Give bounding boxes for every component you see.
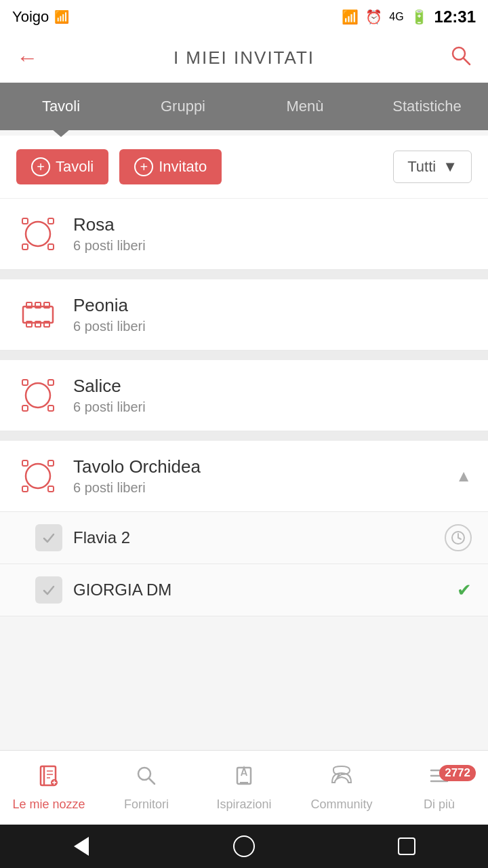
svg-rect-17 [22, 406, 28, 411]
table-icon-rosa [16, 212, 60, 256]
chevron-up-icon: ▲ [455, 467, 472, 486]
svg-rect-18 [48, 406, 54, 411]
separator [0, 431, 488, 441]
nav-mie-nozze[interactable]: Le mie nozze [0, 764, 98, 812]
search-button[interactable] [450, 45, 472, 72]
bottom-nav: Le mie nozze Fornitori Ispirazioni [0, 750, 488, 825]
guest-check [35, 524, 62, 551]
tab-menu[interactable]: Menù [244, 83, 366, 130]
recents-square-icon [398, 837, 415, 855]
clock-icon: ⏰ [365, 9, 382, 25]
svg-point-40 [341, 772, 342, 774]
svg-rect-23 [48, 486, 54, 492]
nav-di-piu[interactable]: 2772 Di più [390, 764, 488, 812]
table-name: Rosa [73, 214, 472, 235]
confirmed-icon: ✔ [457, 580, 472, 601]
tab-tavoli[interactable]: Tavoli [0, 83, 122, 130]
carrier-icon: 📶 [54, 9, 69, 24]
chevron-down-icon: ▼ [443, 158, 458, 176]
tabs-bar: Tavoli Gruppi Menù Statistiche [0, 83, 488, 130]
svg-rect-15 [22, 380, 28, 385]
nav-label-fornitori: Fornitori [124, 797, 169, 812]
table-icon-peonia [16, 293, 60, 336]
svg-line-1 [464, 58, 470, 64]
notification-badge: 2772 [439, 765, 476, 781]
battery-icon: 🔋 [411, 9, 428, 25]
tab-gruppi[interactable]: Gruppi [122, 83, 244, 130]
system-nav [0, 825, 488, 868]
separator [0, 351, 488, 360]
plus-icon: + [31, 157, 50, 176]
inspiration-icon [232, 764, 256, 793]
community-icon [329, 764, 354, 793]
nav-community[interactable]: Community [293, 764, 390, 812]
guest-row[interactable]: GIORGIA DM ✔ [0, 564, 488, 616]
tab-statistiche[interactable]: Statistiche [366, 83, 488, 130]
svg-rect-4 [48, 218, 54, 224]
nav-label-mie-nozze: Le mie nozze [12, 797, 85, 812]
home-circle-icon [233, 835, 255, 857]
svg-rect-5 [22, 244, 28, 250]
carrier-label: Yoigo [12, 8, 49, 26]
plus-icon-2: + [134, 157, 153, 176]
guest-name: Flavia 2 [73, 528, 434, 547]
signal-icon: 📶 [342, 9, 359, 25]
svg-rect-21 [48, 460, 54, 466]
search-nav-icon [134, 764, 159, 793]
table-sub: 6 posti liberi [73, 399, 472, 415]
svg-point-2 [26, 222, 50, 246]
table-name: Salice [73, 376, 472, 397]
back-triangle-icon [74, 837, 89, 856]
guest-check-2 [35, 576, 62, 604]
add-guest-button[interactable]: + Invitato [119, 149, 222, 184]
svg-rect-16 [48, 380, 54, 385]
header: ← I MIEI INVITATI [0, 34, 488, 83]
status-bar: Yoigo 📶 📶 ⏰ 4G 🔋 12:31 [0, 0, 488, 34]
recents-button[interactable] [386, 833, 427, 860]
table-sub: 6 posti liberi [73, 238, 472, 254]
back-button[interactable]: ← [16, 45, 38, 71]
table-icon-salice [16, 374, 60, 417]
back-system-button[interactable] [61, 833, 102, 860]
nav-label-di-piu: Di più [424, 797, 455, 812]
svg-rect-7 [23, 307, 53, 323]
nav-ispirazioni[interactable]: Ispirazioni [195, 764, 293, 812]
filter-dropdown[interactable]: Tutti ▼ [393, 151, 472, 183]
clock-icon [445, 524, 472, 551]
page-title: I MIEI INVITATI [174, 47, 314, 68]
table-icon-orchidea [16, 454, 60, 498]
nav-fornitori[interactable]: Fornitori [98, 764, 195, 812]
table-row[interactable]: Salice 6 posti liberi [0, 360, 488, 431]
svg-line-36 [149, 778, 155, 784]
svg-rect-6 [48, 244, 54, 250]
table-row[interactable]: Tavolo Orchidea 6 posti liberi ▲ [0, 441, 488, 512]
svg-rect-3 [22, 218, 28, 224]
table-sub: 6 posti liberi [73, 319, 472, 334]
status-time: 12:31 [434, 7, 476, 26]
table-row[interactable]: Rosa 6 posti liberi [0, 199, 488, 270]
svg-rect-37 [237, 768, 251, 784]
toolbar: + Tavoli + Invitato Tutti ▼ [0, 136, 488, 199]
table-list: Rosa 6 posti liberi Peonia 6 posti liber… [0, 199, 488, 616]
table-row[interactable]: Peonia 6 posti liberi [0, 279, 488, 351]
table-sub: 6 posti liberi [73, 480, 442, 496]
network-icon: 4G [389, 11, 403, 23]
nav-label-community: Community [310, 797, 372, 812]
guest-name-2: GIORGIA DM [73, 580, 446, 599]
svg-point-19 [26, 464, 50, 488]
svg-rect-20 [22, 460, 28, 466]
notebook-icon [37, 764, 61, 793]
svg-line-26 [458, 538, 461, 539]
svg-rect-22 [22, 486, 28, 492]
separator [0, 270, 488, 279]
add-table-button[interactable]: + Tavoli [16, 149, 108, 184]
nav-label-ispirazioni: Ispirazioni [216, 797, 271, 812]
home-button[interactable] [224, 833, 264, 860]
table-name: Peonia [73, 295, 472, 316]
svg-point-14 [26, 383, 50, 408]
guest-row[interactable]: Flavia 2 [0, 512, 488, 564]
table-name: Tavolo Orchidea [73, 456, 442, 477]
